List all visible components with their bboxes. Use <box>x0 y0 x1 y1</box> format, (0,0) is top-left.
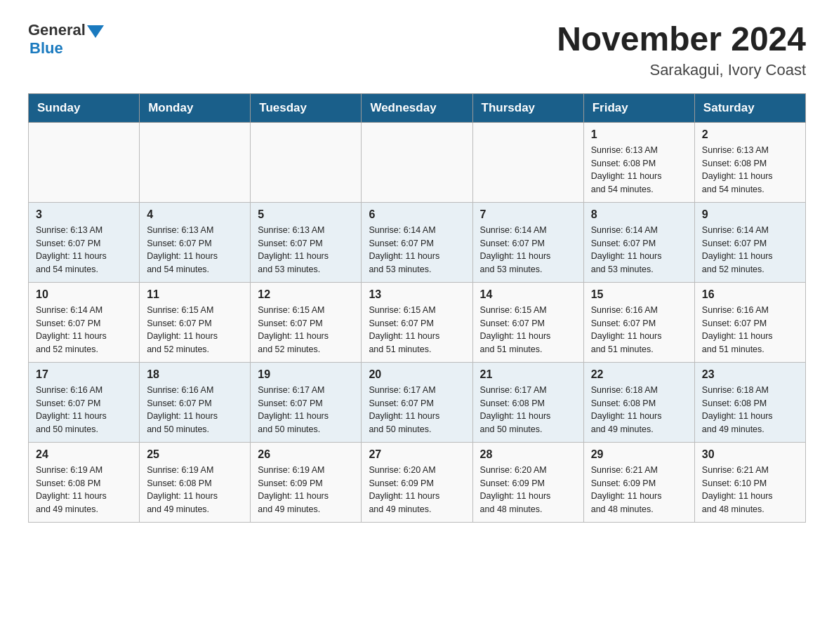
calendar-cell: 24Sunrise: 6:19 AM Sunset: 6:08 PM Dayli… <box>29 442 140 522</box>
day-number: 5 <box>258 208 354 221</box>
day-number: 1 <box>591 128 687 141</box>
day-header-sunday: Sunday <box>29 93 140 122</box>
day-info: Sunrise: 6:18 AM Sunset: 6:08 PM Dayligh… <box>702 384 798 436</box>
day-number: 14 <box>480 288 576 301</box>
day-number: 17 <box>36 368 132 381</box>
page-header: General Blue November 2024 Sarakagui, Iv… <box>28 21 806 79</box>
calendar-cell: 4Sunrise: 6:13 AM Sunset: 6:07 PM Daylig… <box>140 202 251 282</box>
day-number: 3 <box>36 208 132 221</box>
day-info: Sunrise: 6:15 AM Sunset: 6:07 PM Dayligh… <box>258 304 354 356</box>
day-number: 12 <box>258 288 354 301</box>
day-number: 6 <box>369 208 465 221</box>
calendar-cell: 12Sunrise: 6:15 AM Sunset: 6:07 PM Dayli… <box>251 282 362 362</box>
calendar-cell: 22Sunrise: 6:18 AM Sunset: 6:08 PM Dayli… <box>583 362 694 442</box>
calendar-cell: 28Sunrise: 6:20 AM Sunset: 6:09 PM Dayli… <box>472 442 583 522</box>
calendar-cell: 21Sunrise: 6:17 AM Sunset: 6:08 PM Dayli… <box>472 362 583 442</box>
day-header-monday: Monday <box>140 93 251 122</box>
day-info: Sunrise: 6:15 AM Sunset: 6:07 PM Dayligh… <box>369 304 465 356</box>
calendar-cell: 23Sunrise: 6:18 AM Sunset: 6:08 PM Dayli… <box>694 362 805 442</box>
calendar-cell: 1Sunrise: 6:13 AM Sunset: 6:08 PM Daylig… <box>583 122 694 202</box>
calendar-cell: 20Sunrise: 6:17 AM Sunset: 6:07 PM Dayli… <box>362 362 472 442</box>
day-number: 18 <box>147 368 243 381</box>
day-info: Sunrise: 6:13 AM Sunset: 6:08 PM Dayligh… <box>702 144 798 196</box>
day-info: Sunrise: 6:20 AM Sunset: 6:09 PM Dayligh… <box>480 464 576 516</box>
day-number: 8 <box>591 208 687 221</box>
calendar-cell: 8Sunrise: 6:14 AM Sunset: 6:07 PM Daylig… <box>583 202 694 282</box>
calendar-cell: 30Sunrise: 6:21 AM Sunset: 6:10 PM Dayli… <box>694 442 805 522</box>
calendar-cell: 6Sunrise: 6:14 AM Sunset: 6:07 PM Daylig… <box>362 202 472 282</box>
day-number: 9 <box>702 208 798 221</box>
day-number: 27 <box>369 448 465 461</box>
day-info: Sunrise: 6:14 AM Sunset: 6:07 PM Dayligh… <box>702 224 798 276</box>
day-number: 10 <box>36 288 132 301</box>
day-header-tuesday: Tuesday <box>251 93 362 122</box>
day-header-friday: Friday <box>583 93 694 122</box>
day-info: Sunrise: 6:16 AM Sunset: 6:07 PM Dayligh… <box>36 384 132 436</box>
day-number: 29 <box>591 448 687 461</box>
calendar-cell: 5Sunrise: 6:13 AM Sunset: 6:07 PM Daylig… <box>251 202 362 282</box>
day-number: 19 <box>258 368 354 381</box>
day-info: Sunrise: 6:14 AM Sunset: 6:07 PM Dayligh… <box>480 224 576 276</box>
day-info: Sunrise: 6:19 AM Sunset: 6:08 PM Dayligh… <box>36 464 132 516</box>
day-info: Sunrise: 6:16 AM Sunset: 6:07 PM Dayligh… <box>147 384 243 436</box>
day-info: Sunrise: 6:21 AM Sunset: 6:10 PM Dayligh… <box>702 464 798 516</box>
day-number: 7 <box>480 208 576 221</box>
logo-arrow-icon <box>87 25 104 38</box>
day-header-saturday: Saturday <box>694 93 805 122</box>
day-number: 25 <box>147 448 243 461</box>
calendar-cell: 25Sunrise: 6:19 AM Sunset: 6:08 PM Dayli… <box>140 442 251 522</box>
day-info: Sunrise: 6:21 AM Sunset: 6:09 PM Dayligh… <box>591 464 687 516</box>
calendar-cell: 18Sunrise: 6:16 AM Sunset: 6:07 PM Dayli… <box>140 362 251 442</box>
calendar-cell: 29Sunrise: 6:21 AM Sunset: 6:09 PM Dayli… <box>583 442 694 522</box>
day-info: Sunrise: 6:17 AM Sunset: 6:08 PM Dayligh… <box>480 384 576 436</box>
calendar-week-row: 10Sunrise: 6:14 AM Sunset: 6:07 PM Dayli… <box>29 282 806 362</box>
calendar-cell: 26Sunrise: 6:19 AM Sunset: 6:09 PM Dayli… <box>251 442 362 522</box>
day-number: 26 <box>258 448 354 461</box>
calendar-week-row: 17Sunrise: 6:16 AM Sunset: 6:07 PM Dayli… <box>29 362 806 442</box>
day-info: Sunrise: 6:13 AM Sunset: 6:07 PM Dayligh… <box>147 224 243 276</box>
day-info: Sunrise: 6:16 AM Sunset: 6:07 PM Dayligh… <box>702 304 798 356</box>
day-info: Sunrise: 6:16 AM Sunset: 6:07 PM Dayligh… <box>591 304 687 356</box>
calendar-week-row: 3Sunrise: 6:13 AM Sunset: 6:07 PM Daylig… <box>29 202 806 282</box>
calendar-cell: 11Sunrise: 6:15 AM Sunset: 6:07 PM Dayli… <box>140 282 251 362</box>
day-header-wednesday: Wednesday <box>362 93 472 122</box>
day-info: Sunrise: 6:15 AM Sunset: 6:07 PM Dayligh… <box>480 304 576 356</box>
calendar-cell: 10Sunrise: 6:14 AM Sunset: 6:07 PM Dayli… <box>29 282 140 362</box>
day-number: 11 <box>147 288 243 301</box>
day-info: Sunrise: 6:19 AM Sunset: 6:08 PM Dayligh… <box>147 464 243 516</box>
calendar-header-row: SundayMondayTuesdayWednesdayThursdayFrid… <box>29 93 806 122</box>
calendar-cell <box>251 122 362 202</box>
location-subtitle: Sarakagui, Ivory Coast <box>557 61 806 79</box>
day-info: Sunrise: 6:14 AM Sunset: 6:07 PM Dayligh… <box>369 224 465 276</box>
day-info: Sunrise: 6:17 AM Sunset: 6:07 PM Dayligh… <box>369 384 465 436</box>
day-number: 13 <box>369 288 465 301</box>
day-number: 23 <box>702 368 798 381</box>
calendar-cell: 16Sunrise: 6:16 AM Sunset: 6:07 PM Dayli… <box>694 282 805 362</box>
title-section: November 2024 Sarakagui, Ivory Coast <box>557 21 806 79</box>
day-number: 20 <box>369 368 465 381</box>
calendar-cell: 7Sunrise: 6:14 AM Sunset: 6:07 PM Daylig… <box>472 202 583 282</box>
month-title: November 2024 <box>557 21 806 58</box>
calendar-week-row: 1Sunrise: 6:13 AM Sunset: 6:08 PM Daylig… <box>29 122 806 202</box>
day-info: Sunrise: 6:20 AM Sunset: 6:09 PM Dayligh… <box>369 464 465 516</box>
day-number: 15 <box>591 288 687 301</box>
day-info: Sunrise: 6:13 AM Sunset: 6:07 PM Dayligh… <box>258 224 354 276</box>
calendar-table: SundayMondayTuesdayWednesdayThursdayFrid… <box>28 93 806 523</box>
calendar-cell: 15Sunrise: 6:16 AM Sunset: 6:07 PM Dayli… <box>583 282 694 362</box>
day-info: Sunrise: 6:18 AM Sunset: 6:08 PM Dayligh… <box>591 384 687 436</box>
calendar-cell: 13Sunrise: 6:15 AM Sunset: 6:07 PM Dayli… <box>362 282 472 362</box>
calendar-cell <box>140 122 251 202</box>
calendar-cell: 2Sunrise: 6:13 AM Sunset: 6:08 PM Daylig… <box>694 122 805 202</box>
logo: General Blue <box>28 21 104 58</box>
calendar-cell <box>472 122 583 202</box>
day-info: Sunrise: 6:13 AM Sunset: 6:08 PM Dayligh… <box>591 144 687 196</box>
day-number: 28 <box>480 448 576 461</box>
day-number: 24 <box>36 448 132 461</box>
calendar-cell: 27Sunrise: 6:20 AM Sunset: 6:09 PM Dayli… <box>362 442 472 522</box>
calendar-cell: 17Sunrise: 6:16 AM Sunset: 6:07 PM Dayli… <box>29 362 140 442</box>
day-number: 30 <box>702 448 798 461</box>
calendar-cell: 19Sunrise: 6:17 AM Sunset: 6:07 PM Dayli… <box>251 362 362 442</box>
calendar-cell <box>29 122 140 202</box>
logo-general-text: General <box>28 21 86 39</box>
day-info: Sunrise: 6:14 AM Sunset: 6:07 PM Dayligh… <box>591 224 687 276</box>
